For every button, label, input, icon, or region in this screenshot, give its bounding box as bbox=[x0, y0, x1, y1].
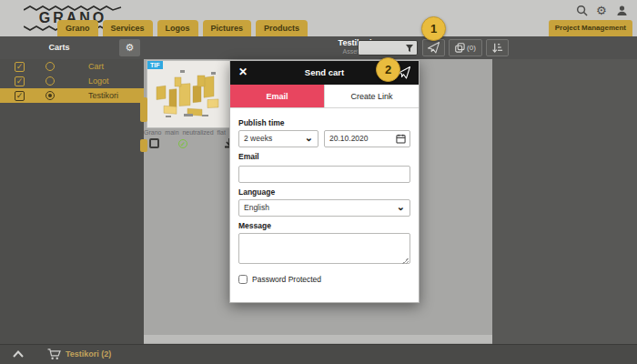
chevron-down-icon: ⌄ bbox=[305, 130, 313, 146]
sidebar-item-logot[interactable]: ✓ Logot bbox=[0, 74, 144, 88]
publish-time-value: 2 weeks bbox=[244, 134, 272, 143]
copy-count-label: (0) bbox=[467, 44, 476, 52]
panel-collapse-handle[interactable] bbox=[140, 97, 147, 122]
approved-check-icon: ✓ bbox=[178, 139, 187, 148]
asset-action-row: ✓ bbox=[147, 137, 231, 150]
secondary-toolbar: Carts ⚙ Testikori Assets 2 (0) bbox=[0, 36, 637, 59]
sidebar-item-testikori[interactable]: ✓ Testikori bbox=[0, 88, 144, 103]
password-protected-row: Password Protected bbox=[238, 275, 410, 284]
step-badge-2: 2 bbox=[376, 57, 400, 82]
right-empty-panel bbox=[492, 59, 637, 344]
panel-collapse-handle-small[interactable] bbox=[140, 139, 147, 152]
sort-button[interactable] bbox=[486, 39, 509, 56]
send-plane-icon bbox=[428, 42, 440, 54]
chevron-up-icon[interactable] bbox=[13, 350, 24, 358]
search-icon[interactable] bbox=[576, 5, 588, 16]
step-badge-1: 1 bbox=[421, 16, 446, 41]
nav-tab-pictures[interactable]: Pictures bbox=[203, 20, 252, 36]
textarea-resize-grip[interactable] bbox=[402, 258, 409, 264]
nav-tab-grano[interactable]: Grano bbox=[57, 20, 98, 36]
checked-box-icon[interactable]: ✓ bbox=[15, 62, 25, 72]
file-format-badge: TIF bbox=[147, 61, 163, 69]
carts-sidebar: ✓ Cart ✓ Logot ✓ Testikori bbox=[0, 59, 144, 344]
asset-card[interactable]: TIF bbox=[147, 61, 231, 127]
radio-icon[interactable] bbox=[46, 62, 55, 71]
modal-body: Publish time 2 weeks ⌄ 20.10.2020 Email bbox=[230, 108, 419, 289]
sidebar-item-label: Cart bbox=[88, 62, 104, 71]
checked-box-icon[interactable]: ✓ bbox=[15, 91, 25, 101]
publish-date-value: 20.10.2020 bbox=[329, 134, 369, 143]
main-nav: Grano Services Logos Pictures Products bbox=[57, 20, 308, 36]
footer-cart-summary: Testikori (2) bbox=[66, 349, 111, 359]
nav-tab-logos[interactable]: Logos bbox=[157, 20, 198, 36]
user-profile-icon[interactable] bbox=[616, 5, 628, 16]
language-value: English bbox=[244, 203, 269, 212]
publish-time-label: Publish time bbox=[238, 118, 410, 127]
carts-panel-title: Carts bbox=[0, 36, 118, 59]
bottom-cart-bar: Testikori (2) bbox=[0, 344, 637, 364]
sidebar-item-label: Testikori bbox=[88, 91, 118, 100]
nav-tab-products[interactable]: Products bbox=[256, 20, 308, 36]
sort-icon bbox=[491, 42, 503, 54]
nav-tab-services[interactable]: Services bbox=[103, 20, 153, 36]
radio-selected-icon[interactable] bbox=[46, 91, 55, 100]
asset-filename: Grano_main_neutralized_flat bbox=[144, 129, 231, 136]
password-protected-label: Password Protected bbox=[252, 275, 321, 284]
publish-date-field[interactable]: 20.10.2020 bbox=[324, 130, 410, 147]
email-input[interactable] bbox=[238, 166, 410, 183]
modal-header: ✕ Send cart 2 bbox=[230, 61, 419, 85]
copy-assets-button[interactable]: (0) bbox=[449, 39, 482, 56]
copy-icon bbox=[455, 43, 465, 53]
message-textarea[interactable] bbox=[238, 233, 410, 264]
sidebar-item-cart[interactable]: ✓ Cart bbox=[0, 59, 144, 74]
app-window: GRANO Grano Services Logos Pictures Prod… bbox=[0, 0, 637, 364]
asset-thumbnail-image bbox=[147, 61, 231, 127]
modal-tab-bar: Email Create Link bbox=[230, 85, 419, 108]
cart-icon[interactable] bbox=[47, 349, 61, 360]
filter-input[interactable] bbox=[358, 40, 418, 56]
carts-settings-button[interactable]: ⚙ bbox=[119, 39, 140, 56]
send-cart-modal: ✕ Send cart 2 Email Create Link Publish … bbox=[229, 60, 420, 303]
tab-create-link[interactable]: Create Link bbox=[324, 85, 419, 107]
email-label: Email bbox=[238, 152, 410, 161]
gear-icon: ⚙ bbox=[126, 42, 135, 53]
project-management-button[interactable]: Project Management bbox=[549, 20, 632, 36]
message-label: Message bbox=[238, 221, 410, 230]
language-label: Language bbox=[238, 187, 410, 197]
tab-email[interactable]: Email bbox=[230, 85, 324, 107]
sidebar-item-label: Logot bbox=[88, 76, 109, 86]
language-select[interactable]: English ⌄ bbox=[238, 199, 410, 217]
checked-box-icon[interactable]: ✓ bbox=[15, 76, 25, 86]
header-icon-group: ⚙ bbox=[576, 5, 628, 16]
settings-gear-icon[interactable]: ⚙ bbox=[596, 5, 608, 16]
asset-select-checkbox[interactable] bbox=[149, 138, 159, 148]
radio-icon[interactable] bbox=[46, 76, 55, 86]
horizontal-scrollbar[interactable] bbox=[144, 335, 492, 343]
send-cart-button[interactable] bbox=[422, 39, 445, 56]
publish-time-select[interactable]: 2 weeks ⌄ bbox=[238, 130, 318, 147]
calendar-icon bbox=[396, 134, 406, 144]
top-header: GRANO Grano Services Logos Pictures Prod… bbox=[0, 0, 637, 36]
password-protected-checkbox[interactable] bbox=[238, 275, 248, 284]
chevron-down-icon: ⌄ bbox=[397, 199, 405, 215]
filter-funnel-icon bbox=[405, 44, 414, 53]
